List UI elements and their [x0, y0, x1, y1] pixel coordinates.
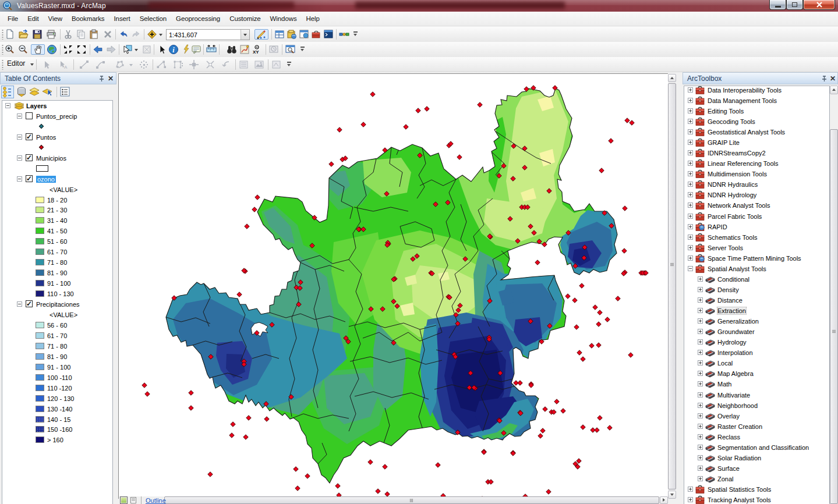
svg-text:A: A — [64, 65, 68, 70]
svg-text:XY: XY — [253, 49, 259, 55]
